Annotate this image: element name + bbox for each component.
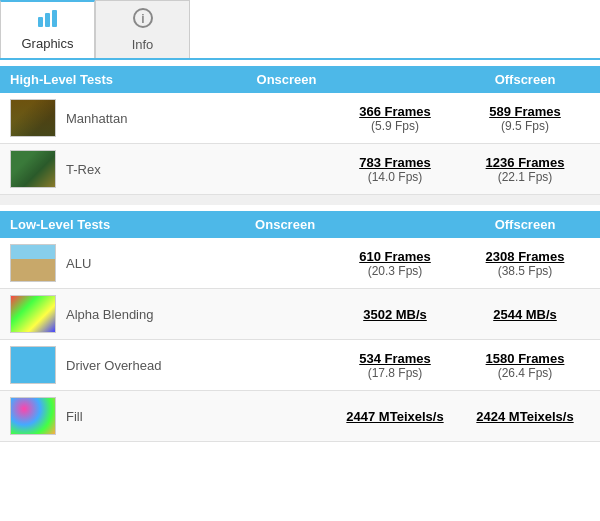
test-row-trex: T-Rex 783 Frames (14.0 Fps) 1236 Frames … (0, 144, 600, 195)
result-alpha-offscreen: 2544 MB/s (460, 307, 590, 322)
tab-info[interactable]: i Info (95, 0, 190, 58)
fps-alu-offscreen: (38.5 Fps) (460, 264, 590, 278)
result-alu-offscreen: 2308 Frames (38.5 Fps) (460, 249, 590, 278)
frames-fill-onscreen: 2447 MTeixels/s (330, 409, 460, 424)
tab-graphics-label: Graphics (21, 36, 73, 51)
result-manhattan-offscreen: 589 Frames (9.5 Fps) (460, 104, 590, 133)
frames-alpha-offscreen: 2544 MB/s (460, 307, 590, 322)
test-name-alu: ALU (66, 256, 330, 271)
fps-driver-offscreen: (26.4 Fps) (460, 366, 590, 380)
svg-text:i: i (141, 12, 144, 26)
low-level-title: Low-Level Tests (10, 217, 110, 232)
test-row-alpha: Alpha Blending 3502 MB/s 2544 MB/s (0, 289, 600, 340)
high-level-header: High-Level Tests Onscreen Offscreen (0, 66, 600, 93)
test-name-trex: T-Rex (66, 162, 330, 177)
thumb-fill (10, 397, 56, 435)
thumb-driver (10, 346, 56, 384)
test-name-alpha: Alpha Blending (66, 307, 330, 322)
frames-driver-onscreen: 534 Frames (330, 351, 460, 366)
test-name-manhattan: Manhattan (66, 111, 330, 126)
test-name-fill: Fill (66, 409, 330, 424)
svg-rect-2 (52, 10, 57, 27)
low-level-col2: Offscreen (460, 217, 590, 232)
info-icon: i (133, 8, 153, 33)
result-driver-onscreen: 534 Frames (17.8 Fps) (330, 351, 460, 380)
frames-trex-onscreen: 783 Frames (330, 155, 460, 170)
thumb-alpha (10, 295, 56, 333)
fps-manhattan-offscreen: (9.5 Fps) (460, 119, 590, 133)
frames-alpha-onscreen: 3502 MB/s (330, 307, 460, 322)
frames-alu-onscreen: 610 Frames (330, 249, 460, 264)
result-trex-offscreen: 1236 Frames (22.1 Fps) (460, 155, 590, 184)
fps-trex-offscreen: (22.1 Fps) (460, 170, 590, 184)
high-level-col2: Offscreen (460, 72, 590, 87)
section-gap (0, 195, 600, 205)
bar-chart-icon (37, 9, 59, 32)
result-trex-onscreen: 783 Frames (14.0 Fps) (330, 155, 460, 184)
low-level-col1: Onscreen (220, 217, 350, 232)
test-row-alu: ALU 610 Frames (20.3 Fps) 2308 Frames (3… (0, 238, 600, 289)
fps-alu-onscreen: (20.3 Fps) (330, 264, 460, 278)
tab-bar: Graphics i Info (0, 0, 600, 60)
thumb-trex (10, 150, 56, 188)
test-row-manhattan: Manhattan 366 Frames (5.9 Fps) 589 Frame… (0, 93, 600, 144)
tab-info-label: Info (132, 37, 154, 52)
frames-manhattan-onscreen: 366 Frames (330, 104, 460, 119)
svg-rect-1 (45, 13, 50, 27)
result-alpha-onscreen: 3502 MB/s (330, 307, 460, 322)
result-manhattan-onscreen: 366 Frames (5.9 Fps) (330, 104, 460, 133)
fps-driver-onscreen: (17.8 Fps) (330, 366, 460, 380)
frames-trex-offscreen: 1236 Frames (460, 155, 590, 170)
thumb-alu (10, 244, 56, 282)
result-driver-offscreen: 1580 Frames (26.4 Fps) (460, 351, 590, 380)
svg-rect-0 (38, 17, 43, 27)
test-name-driver: Driver Overhead (66, 358, 330, 373)
fps-manhattan-onscreen: (5.9 Fps) (330, 119, 460, 133)
frames-driver-offscreen: 1580 Frames (460, 351, 590, 366)
frames-fill-offscreen: 2424 MTeixels/s (460, 409, 590, 424)
tab-graphics[interactable]: Graphics (0, 0, 95, 58)
fps-trex-onscreen: (14.0 Fps) (330, 170, 460, 184)
frames-manhattan-offscreen: 589 Frames (460, 104, 590, 119)
result-fill-onscreen: 2447 MTeixels/s (330, 409, 460, 424)
test-row-fill: Fill 2447 MTeixels/s 2424 MTeixels/s (0, 391, 600, 442)
frames-alu-offscreen: 2308 Frames (460, 249, 590, 264)
high-level-title: High-Level Tests (10, 72, 113, 87)
high-level-col1: Onscreen (222, 72, 352, 87)
result-fill-offscreen: 2424 MTeixels/s (460, 409, 590, 424)
low-level-header: Low-Level Tests Onscreen Offscreen (0, 211, 600, 238)
test-row-driver: Driver Overhead 534 Frames (17.8 Fps) 15… (0, 340, 600, 391)
result-alu-onscreen: 610 Frames (20.3 Fps) (330, 249, 460, 278)
thumb-manhattan (10, 99, 56, 137)
